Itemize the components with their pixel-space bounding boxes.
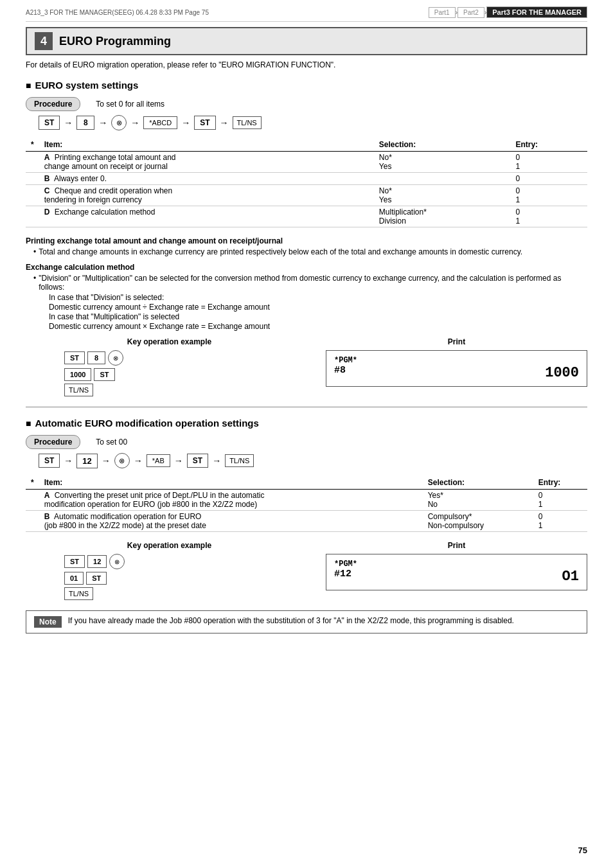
info-text-2: "Division" or "Multiplication" can be se… bbox=[39, 274, 587, 292]
example-keys-row-1: ST 8 ⊗ bbox=[64, 350, 123, 366]
print-num-2: O1 bbox=[562, 569, 579, 585]
ex-key-otimes: ⊗ bbox=[108, 350, 123, 366]
key-arrow-1: → bbox=[64, 118, 73, 128]
key-arrow-7: → bbox=[102, 456, 111, 466]
example-section-1: Key operation example ST 8 ⊗ 1000 ST TL/… bbox=[39, 337, 587, 396]
key-otimes-2: ⊗ bbox=[114, 453, 130, 468]
ex-key-st4: ST bbox=[86, 572, 107, 585]
td-entry-b: 0 bbox=[510, 173, 587, 185]
key-st-1: ST bbox=[39, 116, 60, 130]
example-keys-row-2: 1000 ST bbox=[64, 368, 115, 381]
example-keys-2: ST 12 ⊗ 01 ST TL/NS bbox=[64, 554, 300, 600]
td-star-a2 bbox=[26, 490, 39, 511]
euro-system-table: * Item: Selection: Entry: A Printing exc… bbox=[26, 138, 587, 227]
key-tlns-2: TL/NS bbox=[225, 454, 254, 467]
item-desc-c: Cheque and credit operation whentenderin… bbox=[44, 186, 172, 204]
key-arrow-10: → bbox=[212, 456, 221, 466]
example-left-1: Key operation example ST 8 ⊗ 1000 ST TL/… bbox=[39, 337, 300, 396]
procedure-label-2: Procedure bbox=[26, 435, 80, 449]
td-item-a: A Printing exchange total amount andchan… bbox=[39, 152, 374, 173]
example-left-2: Key operation example ST 12 ⊗ 01 ST TL/N… bbox=[39, 541, 300, 600]
td-star bbox=[26, 152, 39, 173]
td-star-d bbox=[26, 206, 39, 227]
info-block-1: Printing exchange total amount and chang… bbox=[26, 236, 587, 256]
key-arrow-8: → bbox=[134, 456, 143, 466]
th-selection-2: Selection: bbox=[423, 476, 533, 490]
table-row: B Always enter 0. 0 bbox=[26, 173, 587, 185]
file-info: A213_3 FOR THE MANAGER(SEEG) 06.4.28 8:3… bbox=[26, 9, 209, 16]
key-abcd-1: *ABCD bbox=[143, 116, 177, 129]
info-line-2: "Division" or "Multiplication" can be se… bbox=[33, 274, 587, 292]
td-sel-b2: Compulsory*Non-compulsory bbox=[423, 511, 533, 532]
page: A213_3 FOR THE MANAGER(SEEG) 06.4.28 8:3… bbox=[0, 0, 613, 868]
th-star-2: * bbox=[26, 476, 39, 490]
example-keys-row-5: 01 ST bbox=[64, 572, 107, 585]
td-star-c bbox=[26, 185, 39, 206]
table-row: A Converting the preset unit price of De… bbox=[26, 490, 587, 511]
td-item-b2: B Automatic modification operation for E… bbox=[39, 511, 423, 532]
sub-line-1: In case that "Division" is selected: bbox=[49, 293, 587, 302]
key-8: 8 bbox=[76, 116, 94, 130]
td-sel-d: Multiplication*Division bbox=[374, 206, 511, 227]
note-text: If you have already made the Job #800 op… bbox=[68, 616, 514, 625]
td-item-d: D Exchange calculation method bbox=[39, 206, 374, 227]
procedure-block-2: Procedure To set 00 ST → 12 → ⊗ → *AB → … bbox=[26, 435, 587, 468]
ex-key-tlns2: TL/NS bbox=[64, 587, 93, 600]
part1-label: Part1 bbox=[429, 7, 456, 18]
ex-key-1000: 1000 bbox=[64, 368, 91, 381]
ex-key-12: 12 bbox=[87, 555, 107, 568]
info-line-1: Total and change amounts in exchange cur… bbox=[33, 247, 587, 256]
table-row: C Cheque and credit operation whentender… bbox=[26, 185, 587, 206]
td-star-b2 bbox=[26, 511, 39, 532]
section-separator bbox=[26, 407, 587, 407]
table-row: B Automatic modification operation for E… bbox=[26, 511, 587, 532]
print-num-1: 1000 bbox=[545, 365, 579, 381]
example-right-2: Print *PGM* #12 O1 bbox=[326, 541, 587, 600]
item-desc-a1: Printing exchange total amount andchange… bbox=[44, 153, 176, 171]
td-sel-a2: Yes*No bbox=[423, 490, 533, 511]
item-desc-b2: Automatic modification operation for EUR… bbox=[44, 512, 206, 530]
ex-key-st3: ST bbox=[64, 555, 85, 568]
key-arrow-2: → bbox=[98, 118, 107, 128]
example-keys-row-6: TL/NS bbox=[64, 587, 93, 600]
key-arrow-3: → bbox=[130, 118, 139, 128]
example-print-title-1: Print bbox=[326, 337, 587, 346]
key-arrow-9: → bbox=[174, 456, 183, 466]
key-12: 12 bbox=[76, 454, 97, 468]
print-line2-2: #12 O1 bbox=[334, 569, 579, 585]
sub-line-2: Domestic currency amount ÷ Exchange rate… bbox=[49, 303, 587, 312]
th-item-1: Item: bbox=[39, 138, 374, 152]
th-star-1: * bbox=[26, 138, 39, 152]
key-arrow-6: → bbox=[64, 456, 73, 466]
section-box: 4 EURO Programming bbox=[26, 27, 587, 55]
key-st-3: ST bbox=[39, 454, 60, 468]
auto-euro-table: * Item: Selection: Entry: A Converting t… bbox=[26, 476, 587, 532]
ex-key-01: 01 bbox=[64, 572, 84, 585]
td-sel-b bbox=[374, 173, 511, 185]
key-arrow-4: → bbox=[181, 118, 190, 128]
note-box: Note If you have already made the Job #8… bbox=[26, 610, 587, 633]
th-selection-1: Selection: bbox=[374, 138, 511, 152]
td-item-c: C Cheque and credit operation whentender… bbox=[39, 185, 374, 206]
page-header: A213_3 FOR THE MANAGER(SEEG) 06.4.28 8:3… bbox=[26, 6, 587, 22]
print-hash-2: #12 bbox=[334, 569, 351, 585]
example-right-1: Print *PGM* #8 1000 bbox=[326, 337, 587, 396]
table-row: A Printing exchange total amount andchan… bbox=[26, 152, 587, 173]
example-print-title-2: Print bbox=[326, 541, 587, 550]
key-ab: *AB bbox=[147, 454, 170, 467]
info-title-2: Exchange calculation method bbox=[26, 263, 587, 272]
th-item-2: Item: bbox=[39, 476, 423, 490]
key-otimes-1: ⊗ bbox=[111, 115, 127, 130]
key-arrow-5: → bbox=[220, 118, 229, 128]
example-key-title-1: Key operation example bbox=[39, 337, 300, 346]
section-number: 4 bbox=[35, 32, 53, 50]
page-number: 75 bbox=[578, 846, 587, 855]
ex-key-st2: ST bbox=[94, 368, 114, 381]
ex-key-tlns: TL/NS bbox=[64, 384, 93, 396]
subsection-euro-system: EURO system settings bbox=[26, 80, 587, 91]
section-title: EURO Programming bbox=[59, 35, 171, 48]
item-letter-b2: B bbox=[44, 512, 53, 521]
print-box-2: *PGM* #12 O1 bbox=[326, 554, 587, 590]
header-parts: Part1 › Part2 › Part3 FOR THE MANAGER bbox=[429, 6, 587, 18]
key-st-2: ST bbox=[194, 116, 215, 130]
